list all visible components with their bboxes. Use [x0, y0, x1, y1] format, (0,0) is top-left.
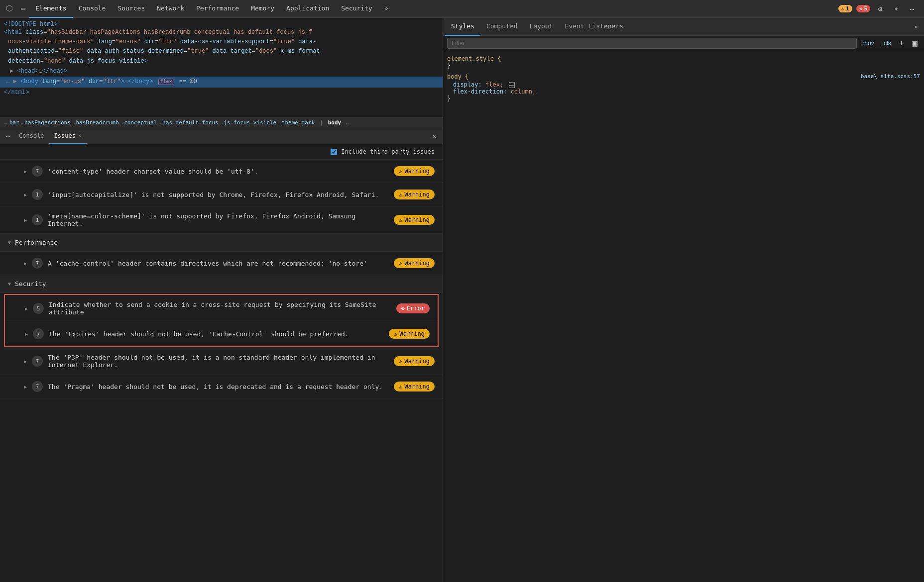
tab-sources[interactable]: Sources [112, 0, 151, 18]
expand-icon[interactable]: ▶ [24, 359, 27, 364]
expand-icon[interactable]: ▶ [24, 384, 27, 389]
issue-count: 7 [32, 258, 43, 269]
expand-icon[interactable]: ▶ [24, 192, 27, 197]
tab-console[interactable]: Console [73, 0, 112, 18]
issue-row-expires[interactable]: ▶ 7 The 'Expires' header should not be u… [5, 322, 438, 346]
add-style-rule-button[interactable]: + [897, 39, 906, 48]
grid-icon[interactable] [509, 82, 515, 88]
error-badge[interactable]: ⊗ Error [396, 303, 430, 313]
settings-icon[interactable]: ⚙ [874, 3, 886, 15]
expand-icon[interactable]: ▶ [24, 261, 27, 266]
styles-filter-bar: :hov .cls + ▣ [443, 36, 924, 51]
element-style-rule: element.style { } [447, 55, 920, 69]
body-line[interactable]: … ▶ <body lang="en-us" dir="ltr">…</body… [0, 77, 443, 88]
layout-icon-button[interactable]: ▣ [910, 39, 920, 47]
warning-triangle-icon: ⚠ [399, 191, 402, 198]
right-panel: Styles Computed Layout Event Listeners »… [443, 18, 924, 582]
group-header-performance[interactable]: ▼ Performance [0, 234, 443, 252]
html-open-line[interactable]: <html class="hasSidebar hasPageActions h… [4, 28, 439, 66]
issue-row-samesite[interactable]: ▶ 5 Indicate whether to send a cookie in… [5, 295, 438, 322]
right-tabs: Styles Computed Layout Event Listeners » [443, 18, 924, 36]
tab-console-bottom[interactable]: Console [14, 128, 49, 144]
include-third-party-checkbox[interactable] [331, 149, 337, 155]
issue-row[interactable]: ▶ 7 A 'cache-control' header contains di… [0, 252, 443, 275]
bottom-panel-dots[interactable]: ⋯ [2, 130, 14, 142]
more-options-icon[interactable]: ⋯ [906, 3, 918, 15]
highlighted-issue-group: ▶ 5 Indicate whether to send a cookie in… [4, 294, 439, 347]
warning-badge[interactable]: ⚠ Warning [394, 382, 435, 391]
html-close-line: </html> [4, 88, 439, 98]
issue-count: 7 [32, 356, 43, 367]
tab-network[interactable]: Network [151, 0, 190, 18]
issue-row[interactable]: ▶ 1 'input[autocapitalize]' is not suppo… [0, 183, 443, 206]
head-line[interactable]: ▶ <head>…</head> [4, 66, 439, 77]
tab-security[interactable]: Security [335, 0, 378, 18]
tab-styles[interactable]: Styles [445, 18, 480, 36]
issue-text: The 'Expires' header should not be used,… [49, 330, 384, 338]
expand-icon[interactable]: ▶ [24, 217, 27, 223]
issue-count: 1 [32, 214, 43, 225]
css-close-body: } [447, 95, 920, 102]
close-issues-tab[interactable]: ✕ [78, 132, 82, 139]
issue-row-p3p[interactable]: ▶ 7 The 'P3P' header should not be used,… [0, 348, 443, 375]
issue-count: 5 [33, 303, 44, 314]
warning-badge[interactable]: ⚠ Warning [394, 258, 435, 268]
expand-icon[interactable]: ▶ [25, 306, 28, 311]
include-third-party-row: Include third-party issues [0, 144, 443, 160]
flex-badge[interactable]: flex [158, 79, 174, 85]
issue-text: 'content-type' header charset value shou… [48, 168, 389, 175]
warning-badge[interactable]: ⚠ Warning [394, 190, 435, 199]
right-panel-more[interactable]: » [910, 23, 922, 30]
warning-triangle-icon: ⚠ [399, 260, 402, 267]
tab-memory[interactable]: Memory [245, 0, 280, 18]
css-source-link[interactable]: base\ site.scss:57 [861, 73, 920, 81]
warning-badge[interactable]: ⚠ Warning [389, 329, 430, 339]
issue-text: The 'Pragma' header should not be used, … [48, 383, 389, 390]
elements-panel: <!DOCTYPE html> <html class="hasSidebar … [0, 18, 443, 117]
warning-badge[interactable]: ⚠ Warning [394, 215, 435, 225]
tab-event-listeners[interactable]: Event Listeners [559, 18, 629, 36]
tab-computed[interactable]: Computed [480, 18, 524, 36]
expand-icon[interactable]: ▶ [25, 331, 28, 337]
tab-issues-bottom[interactable]: Issues ✕ [49, 128, 87, 144]
devtools-tab-bar: ⬡ ▭ Elements Console Sources Network Per… [0, 0, 924, 18]
issue-row[interactable]: ▶ 1 'meta[name=color-scheme]' is not sup… [0, 206, 443, 234]
issue-text: 'input[autocapitalize]' is not supported… [48, 191, 389, 198]
issue-count: 7 [32, 381, 43, 392]
issue-row-pragma[interactable]: ▶ 7 The 'Pragma' header should not be us… [0, 375, 443, 398]
tab-performance[interactable]: Performance [190, 0, 245, 18]
css-rule-header: body { base\ site.scss:57 [447, 73, 920, 81]
issue-row[interactable]: ▶ 7 'content-type' header charset value … [0, 160, 443, 183]
warning-badge[interactable]: ⚠ 1 [838, 5, 852, 12]
expand-icon[interactable]: ▶ [24, 169, 27, 174]
styles-content: element.style { } body { base\ site.scss… [443, 51, 924, 582]
bottom-tabs: ⋯ Console Issues ✕ ✕ [0, 128, 443, 144]
body-css-rule: body { base\ site.scss:57 display: flex;… [447, 73, 920, 102]
issue-count: 7 [33, 328, 44, 339]
warning-badge[interactable]: ⚠ Warning [394, 356, 435, 366]
tab-layout[interactable]: Layout [524, 18, 559, 36]
warning-badge[interactable]: ⚠ Warning [394, 166, 435, 176]
tab-elements[interactable]: Elements [29, 0, 73, 18]
tab-responsive-icon[interactable]: ▭ [17, 0, 29, 18]
tab-elements-icon[interactable]: ⬡ [2, 0, 17, 18]
tab-more[interactable]: » [378, 0, 394, 18]
styles-filter-input[interactable] [447, 38, 857, 49]
cls-button[interactable]: .cls [880, 39, 893, 48]
issue-text: The 'P3P' header should not be used, it … [48, 354, 389, 369]
tab-application[interactable]: Application [280, 0, 335, 18]
error-x-icon: ✕ [859, 5, 863, 12]
breadcrumb: … bar .hasPageActions .hasBreadcrumb .co… [0, 117, 443, 128]
issue-count: 1 [32, 189, 43, 200]
main-split: <!DOCTYPE html> <html class="hasSidebar … [0, 18, 924, 582]
broadcast-icon[interactable]: ⌖ [890, 3, 902, 15]
hov-button[interactable]: :hov [861, 39, 876, 48]
group-header-security[interactable]: ▼ Security [0, 275, 443, 293]
error-badge[interactable]: ✕ 5 [856, 5, 870, 12]
bottom-panel: ⋯ Console Issues ✕ ✕ Include third-party… [0, 128, 443, 582]
css-selector-element: element.style { [447, 55, 920, 62]
issue-text: 'meta[name=color-scheme]' is not support… [48, 212, 389, 227]
close-bottom-panel-button[interactable]: ✕ [429, 130, 441, 142]
css-close: } [447, 62, 920, 69]
warning-triangle-icon: ⚠ [399, 168, 402, 175]
